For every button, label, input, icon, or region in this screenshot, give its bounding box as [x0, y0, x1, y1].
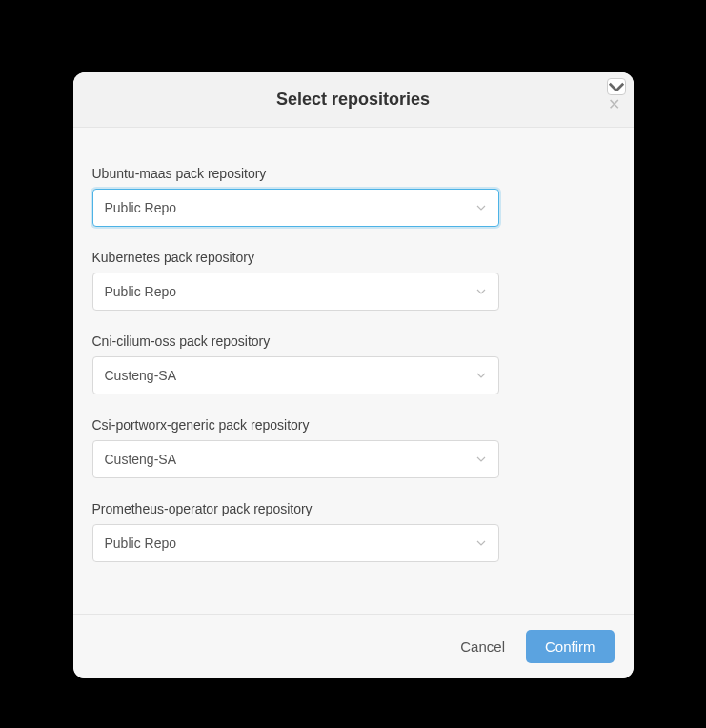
field-kubernetes: Kubernetes pack repository Public Repo [92, 250, 615, 311]
select-value: Public Repo [105, 200, 475, 215]
chevron-down-icon [475, 202, 487, 213]
modal-footer: Cancel Confirm [73, 614, 634, 678]
cancel-button[interactable]: Cancel [456, 631, 509, 662]
select-value: Custeng-SA [105, 452, 475, 467]
field-ubuntu-maas: Ubuntu-maas pack repository Public Repo [92, 166, 615, 227]
chevron-down-icon [475, 286, 487, 297]
chevron-down-icon [475, 370, 487, 381]
modal-title: Select repositories [92, 90, 615, 110]
field-label: Kubernetes pack repository [92, 250, 615, 265]
select-repositories-modal: Select repositories ✕ Ubuntu-maas pack r… [73, 72, 634, 678]
field-label: Ubuntu-maas pack repository [92, 166, 615, 181]
modal-header: Select repositories ✕ [73, 72, 634, 128]
close-icon[interactable]: ✕ [608, 97, 620, 112]
field-csi-portworx: Csi-portworx-generic pack repository Cus… [92, 417, 615, 478]
select-value: Public Repo [105, 284, 475, 299]
chevron-down-icon [475, 454, 487, 465]
repo-select-cni-cilium[interactable]: Custeng-SA [92, 356, 499, 394]
repo-select-ubuntu-maas[interactable]: Public Repo [92, 189, 499, 227]
field-cni-cilium: Cni-cilium-oss pack repository Custeng-S… [92, 334, 615, 394]
field-label: Csi-portworx-generic pack repository [92, 417, 615, 433]
confirm-button[interactable]: Confirm [526, 630, 615, 663]
collapse-button[interactable] [607, 78, 626, 95]
field-label: Cni-cilium-oss pack repository [92, 334, 615, 349]
select-value: Public Repo [105, 536, 475, 551]
repo-select-kubernetes[interactable]: Public Repo [92, 273, 499, 311]
field-prometheus: Prometheus-operator pack repository Publ… [92, 501, 615, 562]
select-value: Custeng-SA [105, 368, 475, 383]
repo-select-csi-portworx[interactable]: Custeng-SA [92, 440, 499, 478]
chevron-down-icon [608, 82, 625, 92]
repo-select-prometheus[interactable]: Public Repo [92, 524, 499, 562]
modal-body: Ubuntu-maas pack repository Public Repo … [73, 128, 634, 614]
field-label: Prometheus-operator pack repository [92, 501, 615, 516]
chevron-down-icon [475, 537, 487, 549]
